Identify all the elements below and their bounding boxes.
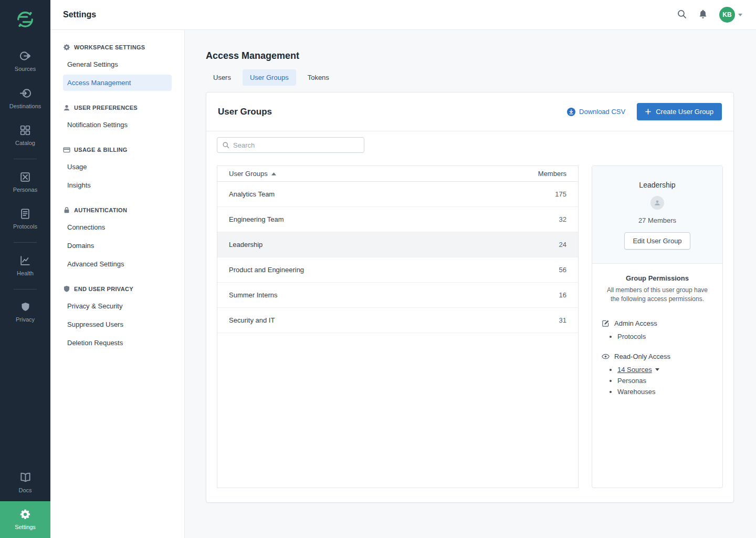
privacy-shield-icon	[20, 302, 31, 313]
tab-user-groups[interactable]: User Groups	[243, 69, 296, 86]
settings-nav-notification-settings[interactable]: Notification Settings	[63, 117, 172, 133]
protocols-icon	[19, 208, 31, 220]
table-row-summer-interns[interactable]: Summer Interns 16	[217, 283, 578, 308]
search-input[interactable]	[233, 141, 359, 149]
shield-icon	[63, 285, 70, 293]
settings-section-heading-label: WORKSPACE SETTINGS	[74, 44, 145, 50]
read-only-access-group: Read-Only Access 14 Sources	[602, 353, 713, 397]
permission-item: Protocols	[617, 331, 713, 342]
sidebar-item-label: Settings	[15, 524, 36, 530]
bell-icon	[698, 9, 708, 20]
docs-icon	[19, 471, 32, 483]
settings-nav-deletion-requests[interactable]: Deletion Requests	[63, 335, 172, 351]
page-title: Access Management	[206, 51, 734, 60]
settings-nav-insights[interactable]: Insights	[63, 177, 172, 193]
card-icon	[63, 146, 70, 153]
search-button[interactable]	[677, 9, 687, 20]
card-body: User Groups Members Analytics Team 175	[206, 131, 733, 502]
read-only-list: 14 Sources Personas Warehouses	[602, 364, 713, 397]
admin-access-list: Protocols	[602, 331, 713, 342]
create-user-group-label: Create User Group	[656, 108, 713, 116]
topbar: Settings KB	[50, 0, 756, 30]
sidebar-item-privacy[interactable]: Privacy	[0, 294, 50, 330]
download-csv-button[interactable]: Download CSV	[567, 108, 625, 116]
main-content: Access Management Users User Groups Toke…	[185, 30, 756, 538]
read-only-label-row: Read-Only Access	[602, 353, 713, 360]
sidebar-item-label: Sources	[15, 66, 36, 72]
group-name: Security and IT	[229, 316, 275, 324]
sidebar-item-label: Protocols	[13, 223, 37, 230]
topbar-title: Settings	[63, 10, 96, 19]
sort-ascending-icon	[271, 172, 276, 175]
rail-divider	[14, 159, 37, 159]
permissions-title: Group Permissions	[602, 274, 713, 282]
gear-icon	[63, 44, 70, 51]
sidebar-item-health[interactable]: Health	[0, 247, 50, 284]
card-header: User Groups Download CSV Cre	[206, 92, 733, 131]
table-row-engineering-team[interactable]: Engineering Team 32	[217, 207, 578, 232]
sidebar-item-label: Destinations	[9, 103, 41, 109]
app-rail: Sources Destinations Catalog Personas P	[0, 0, 50, 538]
group-name: Leadership	[229, 241, 262, 249]
rail-divider	[14, 289, 37, 289]
settings-section-heading-label: USER PREFERENCES	[74, 105, 138, 111]
settings-nav-advanced-settings[interactable]: Advanced Settings	[63, 256, 172, 272]
sidebar-item-sources[interactable]: Sources	[0, 43, 50, 80]
user-menu[interactable]: KB	[719, 7, 742, 23]
read-only-label: Read-Only Access	[614, 353, 670, 360]
notifications-button[interactable]	[698, 9, 708, 20]
group-detail-panel: Leadership 27 Members Edit User Group	[592, 165, 723, 488]
sidebar-item-destinations[interactable]: Destinations	[0, 80, 50, 117]
group-members: 31	[559, 316, 566, 324]
sidebar-item-protocols[interactable]: Protocols	[0, 201, 50, 237]
settings-section-heading: WORKSPACE SETTINGS	[63, 44, 172, 51]
column-header-user-groups[interactable]: User Groups	[229, 170, 276, 178]
settings-section-end-user-privacy: END USER PRIVACY Privacy & Security Supp…	[63, 285, 172, 351]
settings-nav-privacy-security[interactable]: Privacy & Security	[63, 298, 172, 314]
card-actions: Download CSV Create User Group	[567, 103, 722, 120]
group-avatar	[650, 196, 664, 210]
segment-logo[interactable]	[16, 0, 35, 37]
tab-users[interactable]: Users	[206, 69, 238, 86]
chevron-down-icon	[738, 14, 742, 16]
settings-nav-connections[interactable]: Connections	[63, 219, 172, 235]
tab-bar: Users User Groups Tokens	[206, 69, 734, 86]
user-groups-table: User Groups Members Analytics Team 175	[217, 165, 579, 488]
settings-section-usage-billing: USAGE & BILLING Usage Insights	[63, 146, 172, 193]
settings-nav-suppressed-users[interactable]: Suppressed Users	[63, 316, 172, 333]
sources-count-link[interactable]: 14 Sources	[617, 364, 659, 375]
settings-nav-usage[interactable]: Usage	[63, 159, 172, 175]
destinations-icon	[19, 87, 32, 99]
permission-item: 14 Sources	[617, 364, 713, 375]
sidebar-item-personas[interactable]: Personas	[0, 164, 50, 201]
topbar-actions: KB	[677, 7, 742, 23]
settings-section-heading-label: USAGE & BILLING	[74, 147, 128, 153]
download-csv-label: Download CSV	[579, 108, 625, 116]
tab-tokens[interactable]: Tokens	[300, 69, 337, 86]
create-user-group-button[interactable]: Create User Group	[637, 103, 722, 120]
group-summary: Leadership 27 Members Edit User Group	[592, 166, 722, 264]
table-row-security-and-it[interactable]: Security and IT 31	[217, 308, 578, 333]
settings-nav-general-settings[interactable]: General Settings	[63, 56, 172, 73]
settings-section-heading: USAGE & BILLING	[63, 146, 172, 153]
sidebar-item-catalog[interactable]: Catalog	[0, 117, 50, 154]
card-title: User Groups	[218, 107, 272, 117]
sidebar-item-label: Personas	[13, 187, 37, 193]
search-icon	[677, 9, 687, 20]
sidebar-item-settings[interactable]: Settings	[0, 501, 50, 538]
table-row-product-and-engineering[interactable]: Product and Engineering 56	[217, 257, 578, 283]
column-label: User Groups	[229, 170, 268, 178]
table-row-analytics-team[interactable]: Analytics Team 175	[217, 182, 578, 207]
detail-member-count: 27 Members	[601, 216, 714, 224]
settings-nav-domains[interactable]: Domains	[63, 237, 172, 254]
settings-section-heading: END USER PRIVACY	[63, 285, 172, 293]
settings-nav-access-management[interactable]: Access Management	[63, 75, 172, 91]
sidebar-item-docs[interactable]: Docs	[0, 464, 50, 501]
avatar: KB	[719, 7, 735, 23]
user-groups-card: User Groups Download CSV Cre	[206, 92, 734, 503]
edit-user-group-button[interactable]: Edit User Group	[624, 232, 690, 250]
table-row-leadership[interactable]: Leadership 24	[217, 232, 578, 257]
admin-access-group: Admin Access Protocols	[602, 319, 713, 342]
permission-item: Warehouses	[617, 386, 713, 397]
group-members: 56	[559, 266, 566, 274]
